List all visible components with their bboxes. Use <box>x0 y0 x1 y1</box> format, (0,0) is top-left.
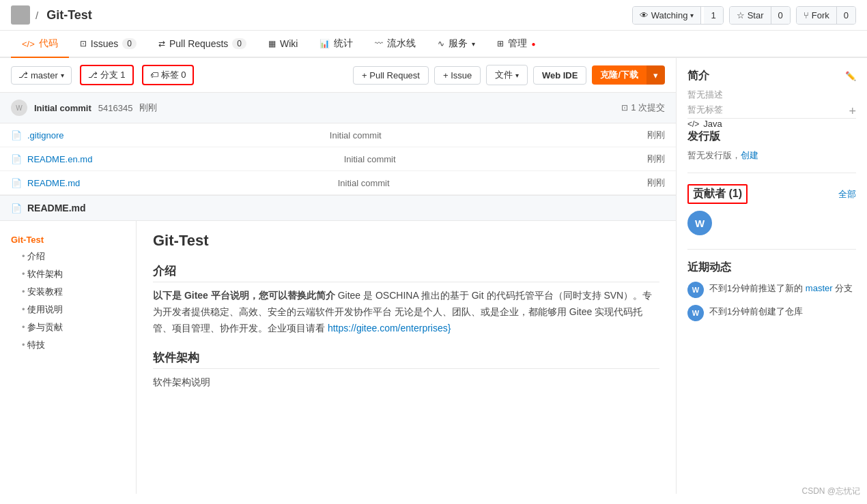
toolbar-left: ⎇ master ▾ ⎇ 分支 1 🏷 标签 0 <box>11 65 194 85</box>
contrib-title: 贡献者 (1) <box>687 184 748 204</box>
release-title-label: 发行版 <box>687 130 720 144</box>
sidebar-release-title: 发行版 <box>687 130 856 144</box>
toc-item-usage[interactable]: 使用说明 <box>11 301 125 318</box>
edit-icon[interactable]: ✏️ <box>845 71 856 81</box>
table-row: 📄 README.en.md Initial commit 刚刚 <box>0 147 676 171</box>
commit-bar: W Initial commit 5416345 刚刚 ⊡ 1 次提交 <box>0 93 676 123</box>
watch-label: Watching <box>651 10 688 20</box>
tab-issues[interactable]: ⊡ Issues 0 <box>69 31 147 57</box>
chevron-branch-icon: ▾ <box>61 72 64 79</box>
readme-section1-content: 以下是 Gitee 平台说明，您可以替换此简介 Gitee 是 OSCHINA … <box>153 288 659 336</box>
add-tag-icon[interactable]: + <box>849 104 856 119</box>
file-icon: 📄 <box>11 154 22 164</box>
commit-message: Initial commit <box>34 103 91 113</box>
tag-icon: 🏷 <box>150 70 158 80</box>
sidebar-intro-title: 简介 ✏️ <box>687 69 856 83</box>
clone-button[interactable]: 克隆/下载 <box>592 65 646 85</box>
file-button[interactable]: 文件 ▾ <box>486 65 528 85</box>
toc-item-contrib[interactable]: 参与贡献 <box>11 318 125 336</box>
toc-item-install[interactable]: 安装教程 <box>11 283 125 301</box>
create-release-link[interactable]: 创建 <box>741 150 758 160</box>
chevron-down-icon: ▾ <box>690 12 694 19</box>
sidebar-divider-3 <box>687 249 856 250</box>
tab-manage[interactable]: ⊞ 管理 ● <box>486 31 546 58</box>
header-right: 👁 Watching ▾ 1 ☆ Star 0 ⑂ Fork 0 <box>632 6 856 25</box>
file-name-readme[interactable]: 📄 README.md <box>11 178 80 188</box>
commit-avatar-img: W <box>16 104 22 112</box>
activity-item-1: W 不到1分钟前推送了新的 master 分支 <box>687 282 856 298</box>
recent-activity-title: 近期动态 <box>687 261 856 275</box>
fork-button[interactable]: ⑂ Fork <box>797 7 837 24</box>
sidebar-contrib-section: 贡献者 (1) 全部 W <box>687 184 856 235</box>
clone-dropdown-button[interactable]: ▾ <box>646 65 665 85</box>
toc-item-trick[interactable]: 特技 <box>11 336 125 354</box>
watch-count[interactable]: 1 <box>704 7 722 24</box>
file-btn-label: 文件 <box>495 70 513 80</box>
issue-button[interactable]: + Issue <box>434 66 481 85</box>
tab-wiki[interactable]: ▦ Wiki <box>257 31 309 57</box>
toc-item-arch[interactable]: 软件架构 <box>11 265 125 283</box>
star-button[interactable]: ☆ Star <box>730 7 771 24</box>
readme-enterprises-link[interactable]: https://gitee.com/enterprises} <box>328 323 451 333</box>
file-name-label: README.en.md <box>27 154 92 164</box>
lang-label: Java <box>703 119 722 129</box>
tab-code[interactable]: </> 代码 <box>11 31 69 58</box>
toc-label: 安装教程 <box>27 286 63 297</box>
readme-body: Git-Test 介绍 以下是 Gitee 平台说明，您可以替换此简介 Gite… <box>137 221 676 494</box>
intro-title-label: 简介 <box>687 69 709 83</box>
activity-avatar-1[interactable]: W <box>687 282 704 298</box>
star-count[interactable]: 0 <box>771 7 790 24</box>
readme-file-icon: 📄 <box>11 203 22 213</box>
file-icon: 📄 <box>11 130 22 140</box>
branch-count-badge[interactable]: ⎇ 分支 1 <box>80 65 134 85</box>
eye-icon: 👁 <box>640 10 649 20</box>
tab-stats[interactable]: 📊 统计 <box>309 31 364 58</box>
tab-pullrequests[interactable]: ⇄ Pull Requests 0 <box>147 31 257 57</box>
tab-services[interactable]: ∿ 服务 ▾ <box>427 31 486 58</box>
sidebar-no-desc: 暂无描述 <box>687 89 856 101</box>
tab-issues-label: Issues <box>91 38 118 49</box>
issues-badge: 0 <box>122 38 137 49</box>
tab-pr-label: Pull Requests <box>169 38 228 49</box>
code-tag-icon: </> <box>687 119 699 129</box>
fork-count[interactable]: 0 <box>837 7 855 24</box>
pull-request-button[interactable]: + Pull Request <box>353 66 429 85</box>
header: / Git-Test 👁 Watching ▾ 1 ☆ Star 0 ⑂ For… <box>0 0 867 31</box>
file-name-readme-en[interactable]: 📄 README.en.md <box>11 154 92 164</box>
nav-tabs: </> 代码 ⊡ Issues 0 ⇄ Pull Requests 0 ▦ Wi… <box>0 31 867 58</box>
toc-item-intro[interactable]: 介绍 <box>11 248 125 265</box>
fork-button-group: ⑂ Fork 0 <box>796 6 856 25</box>
activity-text-2: 不到1分钟前创建了仓库 <box>709 305 803 318</box>
contributor-avatar[interactable]: W <box>687 211 712 235</box>
file-time: 刚刚 <box>647 177 665 189</box>
file-name-label: .gitignore <box>27 130 63 140</box>
branch-select[interactable]: ⎇ master ▾ <box>11 66 72 85</box>
commit-count: 1 次提交 <box>631 102 665 114</box>
tab-wiki-label: Wiki <box>280 38 298 49</box>
contrib-all-link[interactable]: 全部 <box>838 188 856 201</box>
breadcrumb-separator: / <box>35 10 38 21</box>
commit-bar-left: W Initial commit 5416345 刚刚 <box>11 100 157 116</box>
readme-body-title: Git-Test <box>153 232 659 250</box>
tab-stats-label: 统计 <box>334 38 353 50</box>
activity-branch-link[interactable]: master <box>806 283 833 293</box>
fork-icon: ⑂ <box>804 10 809 20</box>
tab-manage-label: 管理 <box>508 38 527 50</box>
file-list: 📄 .gitignore Initial commit 刚刚 📄 README.… <box>0 123 676 195</box>
file-commit-msg: Initial commit <box>330 130 382 140</box>
watch-button[interactable]: 👁 Watching ▾ <box>633 7 702 24</box>
contrib-title-box: 贡献者 (1) <box>687 184 748 204</box>
toc-item-top[interactable]: Git-Test <box>11 232 125 248</box>
file-name-gitignore[interactable]: 📄 .gitignore <box>11 130 63 140</box>
chevron-services-icon: ▾ <box>472 40 475 48</box>
stats-icon: 📊 <box>319 39 330 48</box>
clone-button-group: 克隆/下载 ▾ <box>592 65 665 85</box>
commit-count-icon: ⊡ <box>621 103 628 113</box>
repo-title: Git-Test <box>46 8 92 23</box>
sidebar-recent-activity: 近期动态 W 不到1分钟前推送了新的 master 分支 W 不到1分钟前创建了… <box>687 261 856 321</box>
webide-button[interactable]: Web IDE <box>533 66 587 85</box>
tag-count-badge[interactable]: 🏷 标签 0 <box>142 65 195 85</box>
activity-avatar-2[interactable]: W <box>687 305 704 321</box>
tab-pipeline[interactable]: 〰 流水线 <box>364 31 427 58</box>
file-time: 刚刚 <box>647 153 665 165</box>
